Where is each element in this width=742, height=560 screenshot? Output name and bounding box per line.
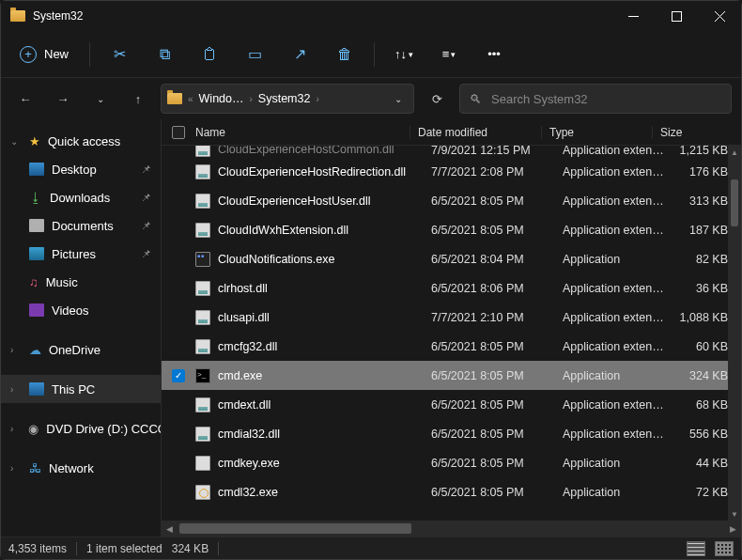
pin-icon: 📌︎ [141, 248, 151, 259]
scroll-thumb[interactable] [731, 179, 738, 226]
column-header-size[interactable]: Size [653, 126, 715, 139]
download-icon: ⭳ [29, 190, 42, 205]
file-name: CloudIdWxhExtension.dll [218, 224, 348, 237]
file-row[interactable]: cmdial32.dll6/5/2021 8:05 PMApplication … [162, 419, 741, 448]
divider [89, 42, 90, 67]
recent-button[interactable]: ⌄ [85, 84, 116, 114]
path-history-button[interactable]: ⌄ [394, 94, 408, 104]
pc-icon [29, 382, 44, 396]
pin-icon: 📌︎ [141, 220, 151, 231]
sort-button[interactable]: ↑↓▾ [384, 37, 424, 72]
breadcrumb-segment[interactable]: System32 [258, 92, 311, 105]
paste-icon: 📋︎ [202, 46, 217, 63]
scroll-track[interactable] [728, 159, 741, 507]
file-row[interactable]: cmdl32.exe6/5/2021 8:05 PMApplication72 … [162, 477, 741, 506]
column-header-date[interactable]: Date modified [410, 126, 542, 139]
more-icon: ••• [487, 47, 501, 61]
file-row[interactable]: cmdext.dll6/5/2021 8:05 PMApplication ex… [162, 390, 741, 419]
sidebar-item-videos[interactable]: Videos [1, 296, 161, 324]
scroll-thumb[interactable] [179, 523, 411, 534]
sidebar-item-desktop[interactable]: Desktop📌︎ [1, 155, 161, 183]
select-all-checkbox[interactable] [172, 126, 185, 139]
document-icon [29, 219, 44, 232]
file-size: 1,215 KB [666, 146, 728, 157]
search-input[interactable]: 🔍︎ Search System32 [459, 84, 732, 114]
breadcrumb-segment[interactable]: Windo… [199, 92, 244, 105]
sidebar-item-onedrive[interactable]: ›☁OneDrive [1, 335, 161, 364]
copy-button[interactable]: ⧉ [145, 37, 184, 72]
sort-icon: ↑↓ [394, 47, 407, 61]
sidebar-item-music[interactable]: ♫Music [1, 268, 161, 296]
sidebar-item-network[interactable]: ›🖧︎Network [1, 454, 161, 482]
file-type: Application exten… [555, 398, 666, 412]
vertical-scrollbar[interactable]: ▲ ▼ [728, 146, 741, 521]
exe-icon [195, 456, 210, 471]
forward-button[interactable]: → [48, 84, 78, 114]
scroll-left-arrow[interactable]: ◀ [162, 521, 178, 537]
more-button[interactable]: ••• [474, 37, 514, 72]
file-row[interactable]: cmdkey.exe6/5/2021 8:05 PMApplication44 … [162, 448, 741, 477]
list-icon: ≡ [442, 47, 450, 61]
up-button[interactable]: ↑ [123, 84, 153, 114]
file-date: 6/5/2021 8:06 PM [424, 282, 555, 295]
column-header-name[interactable]: Name [195, 126, 410, 139]
column-header-type[interactable]: Type [542, 126, 653, 139]
horizontal-scrollbar[interactable]: ◀ ▶ [162, 521, 741, 537]
scroll-right-arrow[interactable]: ▶ [725, 521, 741, 537]
cut-button[interactable]: ✂ [100, 37, 139, 72]
file-row[interactable]: CloudExperienceHostCommon.dll 7/9/2021 1… [162, 146, 741, 157]
crumb-label: Windo… [199, 92, 244, 105]
thumbnails-view-button[interactable] [715, 541, 734, 556]
minimize-button[interactable] [611, 1, 655, 31]
row-checkbox[interactable]: ✓ [172, 369, 185, 382]
sidebar-label: Pictures [52, 247, 96, 261]
file-row[interactable]: CloudNotifications.exe6/5/2021 8:04 PMAp… [162, 244, 741, 273]
file-row[interactable]: clusapi.dll7/7/2021 2:10 PMApplication e… [162, 303, 741, 332]
file-row[interactable]: clrhost.dll6/5/2021 8:06 PMApplication e… [162, 273, 741, 303]
maximize-button[interactable] [655, 1, 698, 31]
details-view-button[interactable] [687, 541, 705, 556]
sidebar-item-documents[interactable]: Documents📌︎ [1, 211, 161, 240]
sidebar-item-quick-access[interactable]: ⌄★Quick access [1, 127, 161, 155]
delete-button[interactable]: 🗑︎ [325, 37, 364, 72]
sidebar-item-dvd[interactable]: ›◉DVD Drive (D:) CCCO [1, 414, 161, 443]
chevron-right-icon: › [10, 424, 21, 434]
file-type: Application exten… [555, 428, 666, 441]
status-selection-count: 1 item selected [86, 542, 162, 555]
file-row-selected[interactable]: ✓cmd.exe6/5/2021 8:05 PMApplication324 K… [162, 361, 741, 390]
arrow-right-icon: → [57, 92, 70, 106]
view-button[interactable]: ≡▾ [429, 37, 469, 72]
share-button[interactable]: ↗ [280, 37, 319, 72]
sidebar-item-downloads[interactable]: ⭳Downloads📌︎ [1, 183, 161, 211]
file-date: 6/5/2021 8:05 PM [424, 457, 555, 470]
rename-button[interactable]: ▭ [235, 37, 274, 72]
pin-icon: 📌︎ [141, 192, 151, 203]
file-row[interactable]: cmcfg32.dll6/5/2021 8:05 PMApplication e… [162, 332, 741, 361]
file-size: 1,088 KB [666, 311, 728, 324]
file-date: 7/7/2021 2:10 PM [424, 311, 555, 324]
music-icon: ♫ [29, 275, 39, 289]
file-size: 36 KB [666, 282, 728, 295]
sidebar-label: Quick access [48, 134, 120, 148]
file-row[interactable]: CloudExperienceHostUser.dll6/5/2021 8:05… [162, 186, 741, 215]
sidebar-item-this-pc[interactable]: ›This PC [1, 375, 161, 403]
chevron-down-icon: ⌄ [10, 136, 22, 147]
window-title: System32 [33, 9, 83, 23]
new-button[interactable]: + New [8, 37, 80, 72]
refresh-button[interactable]: ⟳ [422, 84, 452, 114]
back-button[interactable]: ← [10, 84, 40, 114]
sidebar-item-pictures[interactable]: Pictures📌︎ [1, 240, 161, 268]
file-type: Application [555, 457, 666, 470]
file-name: clrhost.dll [218, 282, 268, 295]
divider [218, 542, 219, 555]
address-bar[interactable]: « Windo… › System32 › ⌄ [161, 84, 414, 114]
file-row[interactable]: CloudIdWxhExtension.dll6/5/2021 8:05 PMA… [162, 215, 741, 244]
file-row[interactable]: CloudExperienceHostRedirection.dll7/7/20… [162, 157, 741, 186]
paste-button[interactable]: 📋︎ [190, 37, 229, 72]
chevron-right-icon: › [250, 94, 253, 104]
scroll-down-arrow[interactable]: ▼ [728, 507, 741, 521]
file-size: 68 KB [666, 398, 728, 412]
close-button[interactable] [698, 1, 741, 31]
scroll-up-arrow[interactable]: ▲ [728, 146, 741, 159]
file-type: Application exten… [555, 282, 666, 295]
